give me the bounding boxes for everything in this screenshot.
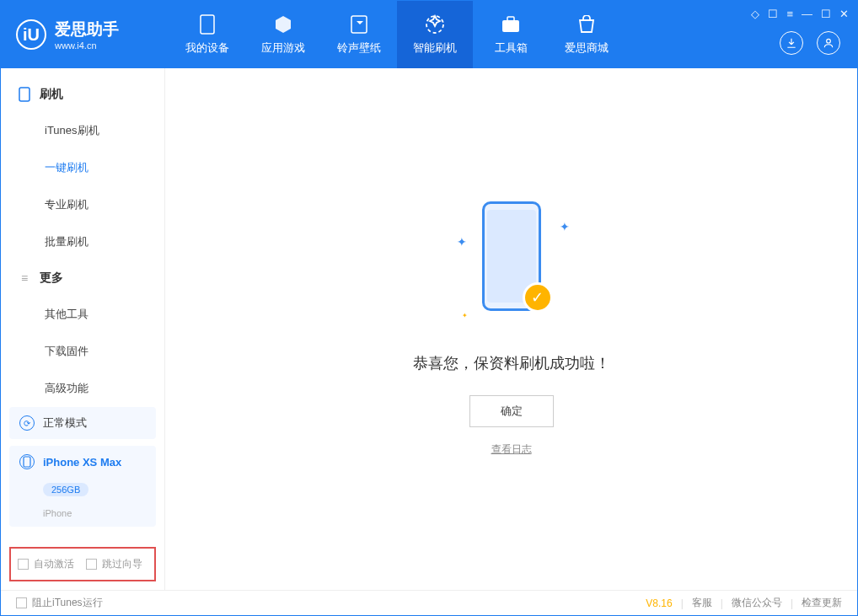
mode-icon: ⟳ — [19, 415, 35, 431]
download-icon[interactable] — [780, 31, 803, 55]
tab-label: 我的设备 — [185, 40, 229, 56]
tab-icon — [348, 13, 370, 35]
version-label: V8.16 — [646, 597, 672, 609]
sparkle-icon: ✦ — [560, 220, 570, 233]
auto-activate-checkbox[interactable]: 自动激活 — [18, 557, 74, 571]
header-right-icons — [780, 31, 840, 55]
nav-item[interactable]: 专业刷机 — [1, 186, 164, 223]
sidebar-nav: 刷机iTunes刷机一键刷机专业刷机批量刷机≡更多其他工具下载固件高级功能 — [1, 68, 164, 399]
auto-activate-label: 自动激活 — [34, 557, 74, 571]
nav-item[interactable]: 其他工具 — [1, 296, 164, 333]
skip-guide-label: 跳过向导 — [102, 557, 142, 571]
device-capacity: 256GB — [43, 483, 88, 496]
tab-2[interactable]: 铃声壁纸 — [321, 1, 397, 68]
tab-4[interactable]: 工具箱 — [473, 1, 549, 68]
app-header: iU 爱思助手 www.i4.cn 我的设备应用游戏铃声壁纸智能刷机工具箱爱思商… — [1, 1, 857, 68]
skin-icon[interactable]: ◇ — [751, 8, 759, 20]
settings-icon[interactable]: ☐ — [768, 8, 778, 20]
tab-0[interactable]: 我的设备 — [169, 1, 245, 68]
phone-icon — [19, 454, 35, 469]
main-tabs: 我的设备应用游戏铃声壁纸智能刷机工具箱爱思商城 — [169, 1, 625, 68]
sidebar: 刷机iTunes刷机一键刷机专业刷机批量刷机≡更多其他工具下载固件高级功能 ⟳ … — [1, 68, 165, 590]
logo-area: iU 爱思助手 www.i4.cn — [1, 19, 169, 51]
device-name: iPhone XS Max — [43, 456, 121, 469]
svg-rect-7 — [24, 457, 30, 467]
group-title: 刷机 — [40, 87, 63, 102]
device-type: iPhone — [43, 508, 72, 518]
nav-item[interactable]: iTunes刷机 — [1, 112, 164, 149]
tab-label: 应用游戏 — [261, 40, 305, 56]
menu-icon[interactable]: ≡ — [786, 8, 793, 20]
success-check-icon: ✓ — [523, 282, 553, 313]
main-content: ✦ ✦ ✦ ✓ 恭喜您，保资料刷机成功啦！ 确定 查看日志 — [165, 68, 857, 590]
checkbox-icon — [18, 559, 29, 570]
close-icon[interactable]: ✕ — [839, 8, 849, 20]
nav-item[interactable]: 批量刷机 — [1, 223, 164, 260]
app-name: 爱思助手 — [55, 19, 119, 40]
check-update-link[interactable]: 检查更新 — [802, 596, 842, 610]
tab-label: 工具箱 — [495, 40, 528, 56]
tab-label: 爱思商城 — [565, 40, 609, 56]
tab-icon — [272, 13, 294, 35]
nav-item[interactable]: 高级功能 — [1, 370, 164, 399]
svg-rect-3 — [502, 20, 519, 32]
nav-item[interactable]: 下载固件 — [1, 333, 164, 370]
logo-text: 爱思助手 www.i4.cn — [55, 19, 119, 51]
device-box[interactable]: iPhone XS Max 256GB iPhone — [9, 446, 156, 527]
skip-guide-checkbox[interactable]: 跳过向导 — [86, 557, 142, 571]
svg-rect-0 — [201, 15, 214, 34]
maximize-icon[interactable]: ☐ — [821, 8, 831, 20]
svg-point-5 — [827, 39, 831, 43]
tab-label: 智能刷机 — [413, 40, 457, 56]
wechat-link[interactable]: 微信公众号 — [732, 596, 782, 610]
svg-rect-4 — [507, 17, 514, 21]
success-illustration: ✦ ✦ ✦ ✓ — [465, 201, 558, 328]
tab-5[interactable]: 爱思商城 — [549, 1, 625, 68]
minimize-icon[interactable]: — — [802, 8, 812, 20]
app-url: www.i4.cn — [55, 40, 119, 51]
block-itunes-label: 阻止iTunes运行 — [32, 596, 103, 610]
device-panel: ⟳ 正常模式 iPhone XS Max 256GB iPhone — [1, 399, 164, 542]
svg-rect-1 — [351, 16, 367, 33]
tab-icon — [196, 13, 218, 35]
user-icon[interactable] — [817, 31, 840, 55]
status-bar: 阻止iTunes运行 V8.16 | 客服 | 微信公众号 | 检查更新 — [1, 590, 857, 615]
footer-right: V8.16 | 客服 | 微信公众号 | 检查更新 — [646, 596, 842, 610]
logo-icon: iU — [16, 19, 46, 50]
nav-item[interactable]: 一键刷机 — [1, 149, 164, 186]
tab-icon — [576, 13, 598, 35]
svg-rect-6 — [19, 88, 29, 101]
sparkle-icon: ✦ — [457, 235, 467, 249]
view-log-link[interactable]: 查看日志 — [491, 442, 532, 457]
tab-1[interactable]: 应用游戏 — [245, 1, 321, 68]
group-icon — [18, 88, 31, 101]
tab-label: 铃声壁纸 — [337, 40, 381, 56]
tab-icon — [424, 13, 446, 35]
group-title: 更多 — [40, 271, 63, 286]
mode-box[interactable]: ⟳ 正常模式 — [9, 407, 156, 439]
block-itunes-checkbox[interactable]: 阻止iTunes运行 — [16, 596, 103, 610]
checkbox-icon — [86, 559, 97, 570]
window-controls: ◇ ☐ ≡ — ☐ ✕ — [751, 8, 849, 20]
success-message: 恭喜您，保资料刷机成功啦！ — [413, 353, 610, 373]
group-icon: ≡ — [18, 271, 31, 285]
app-body: 刷机iTunes刷机一键刷机专业刷机批量刷机≡更多其他工具下载固件高级功能 ⟳ … — [1, 68, 857, 590]
flash-options-highlighted: 自动激活 跳过向导 — [9, 547, 156, 581]
ok-button[interactable]: 确定 — [469, 395, 554, 427]
tab-icon — [500, 13, 522, 35]
support-link[interactable]: 客服 — [692, 596, 712, 610]
sparkle-icon: ✦ — [462, 312, 468, 319]
checkbox-icon — [16, 597, 27, 608]
tab-3[interactable]: 智能刷机 — [397, 1, 473, 68]
nav-group-header: 刷机 — [1, 77, 164, 112]
mode-label: 正常模式 — [43, 415, 87, 431]
nav-group-header: ≡更多 — [1, 260, 164, 296]
